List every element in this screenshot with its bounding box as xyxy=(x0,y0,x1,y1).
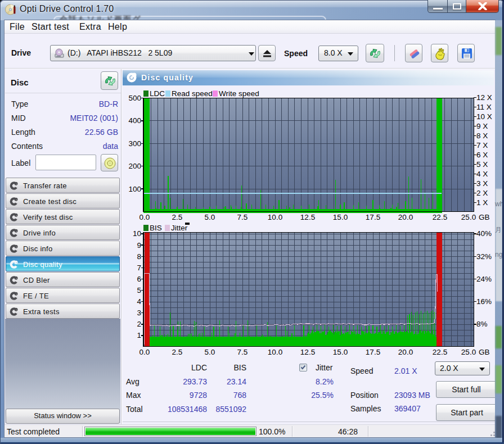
svg-text:7 X: 7 X xyxy=(476,141,488,149)
svg-text:2.5: 2.5 xyxy=(172,348,183,356)
svg-text:3 X: 3 X xyxy=(476,179,488,188)
svg-text:7: 7 xyxy=(137,264,141,272)
svg-text:5: 5 xyxy=(137,286,141,295)
svg-text:20.0: 20.0 xyxy=(398,213,413,221)
svg-text:100: 100 xyxy=(128,185,141,193)
svg-text:BIS: BIS xyxy=(150,224,162,232)
svg-text:40%: 40% xyxy=(476,229,492,238)
svg-text:12.5: 12.5 xyxy=(300,213,315,221)
svg-text:32%: 32% xyxy=(476,252,492,261)
svg-text:7.5: 7.5 xyxy=(237,348,248,356)
svg-text:Write speed: Write speed xyxy=(219,89,259,98)
svg-text:5.0: 5.0 xyxy=(205,348,215,356)
svg-text:9: 9 xyxy=(137,241,141,250)
svg-text:2: 2 xyxy=(137,320,141,328)
svg-text:5 X: 5 X xyxy=(476,160,488,169)
svg-text:25.0: 25.0 xyxy=(461,348,476,356)
svg-text:10: 10 xyxy=(133,229,141,238)
svg-text:24%: 24% xyxy=(476,275,492,283)
svg-text:9 X: 9 X xyxy=(476,122,488,130)
svg-text:Jitter: Jitter xyxy=(171,224,188,232)
svg-text:8: 8 xyxy=(137,252,141,261)
svg-text:3: 3 xyxy=(137,309,141,317)
svg-text:5.0: 5.0 xyxy=(205,213,215,221)
svg-text:1 X: 1 X xyxy=(476,198,488,207)
svg-text:300: 300 xyxy=(128,139,141,148)
svg-text:6 X: 6 X xyxy=(476,151,488,159)
svg-text:11 X: 11 X xyxy=(476,103,492,111)
svg-text:2.5: 2.5 xyxy=(172,213,183,221)
svg-text:25.0: 25.0 xyxy=(461,213,476,221)
svg-text:12 X: 12 X xyxy=(476,93,492,102)
svg-text:6: 6 xyxy=(137,275,141,283)
svg-text:10.0: 10.0 xyxy=(268,213,282,221)
svg-text:400: 400 xyxy=(128,116,141,125)
svg-text:4: 4 xyxy=(137,297,141,306)
svg-text:0.0: 0.0 xyxy=(140,348,150,356)
svg-text:12.5: 12.5 xyxy=(300,348,315,356)
svg-text:17.5: 17.5 xyxy=(366,213,380,221)
svg-text:2 X: 2 X xyxy=(476,189,488,197)
svg-text:10.0: 10.0 xyxy=(268,348,282,356)
svg-text:15.0: 15.0 xyxy=(333,348,348,356)
svg-text:4 X: 4 X xyxy=(476,170,488,178)
svg-text:10 X: 10 X xyxy=(476,112,492,121)
svg-text:1: 1 xyxy=(137,331,141,339)
svg-text:20.0: 20.0 xyxy=(398,348,413,356)
svg-text:GB: GB xyxy=(479,348,490,356)
svg-text:8 X: 8 X xyxy=(476,132,488,140)
svg-text:7.5: 7.5 xyxy=(237,213,248,221)
svg-text:GB: GB xyxy=(479,213,490,221)
svg-text:22.5: 22.5 xyxy=(433,348,447,356)
svg-text:15.0: 15.0 xyxy=(333,213,348,221)
svg-text:0.0: 0.0 xyxy=(140,213,150,221)
svg-text:200: 200 xyxy=(128,162,141,170)
svg-text:16%: 16% xyxy=(476,297,492,306)
svg-text:8%: 8% xyxy=(476,320,488,328)
svg-text:17.5: 17.5 xyxy=(366,348,380,356)
svg-text:LDC: LDC xyxy=(150,89,165,98)
svg-text:Read speed: Read speed xyxy=(172,89,213,98)
svg-text:500: 500 xyxy=(128,94,141,102)
svg-text:22.5: 22.5 xyxy=(433,213,447,221)
